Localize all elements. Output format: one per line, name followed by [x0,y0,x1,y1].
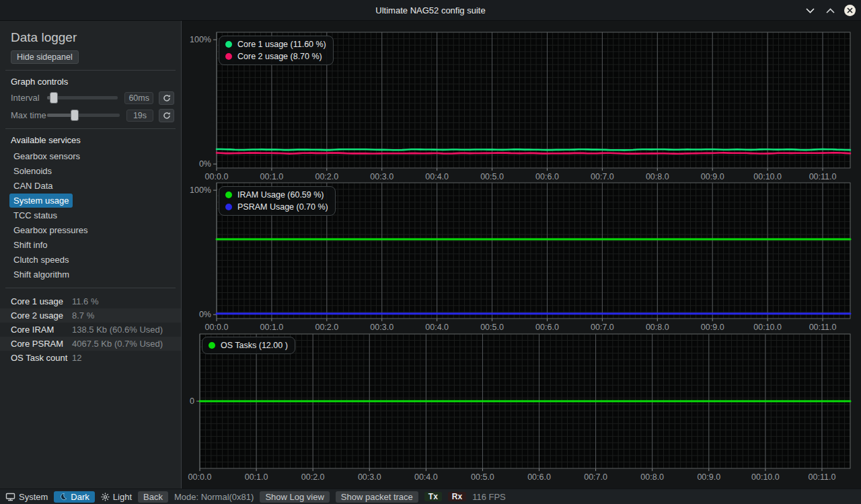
legend-label: IRAM Usage (60.59 %) [237,190,324,200]
svg-text:00:3.0: 00:3.0 [358,472,381,482]
stat-label: Core PSRAM [11,339,72,349]
svg-text:00:0.0: 00:0.0 [205,323,229,332]
svg-text:00:9.0: 00:9.0 [701,172,724,181]
sun-icon [101,493,110,501]
service-list: Gearbox sensorsSolenoidsCAN DataSystem u… [0,149,181,282]
service-item[interactable]: Gearbox sensors [9,149,84,163]
back-button[interactable]: Back [138,491,168,503]
stats-table: Core 1 usage11.6 %Core 2 usage8.7 %Core … [0,294,181,365]
service-item[interactable]: Shift algorithm [9,267,73,282]
svg-text:00:4.0: 00:4.0 [414,472,438,482]
service-item[interactable]: System usage [9,194,73,208]
divider [5,128,176,129]
legend-dot-icon [225,41,232,48]
interval-label: Interval [11,93,47,103]
svg-text:00:9.0: 00:9.0 [697,472,720,482]
svg-text:00:10.0: 00:10.0 [753,323,782,332]
chart-3: 00:0.000:1.000:2.000:3.000:4.000:5.000:6… [188,334,850,482]
max-time-label: Max time [11,110,47,120]
max-time-slider[interactable] [47,114,120,117]
svg-text:00:4.0: 00:4.0 [425,323,449,332]
svg-text:00:11.0: 00:11.0 [809,472,836,482]
stat-value: 138.5 Kb (60.6% Used) [72,325,163,335]
interval-refresh-button[interactable] [159,91,174,105]
theme-light-button[interactable]: Light [101,492,132,502]
graph-controls-heading: Graph controls [11,77,181,87]
window-title: Ultimate NAG52 config suite [375,5,485,15]
svg-text:00:1.0: 00:1.0 [245,472,268,482]
interval-value[interactable]: 60ms [124,92,153,104]
chart-area: 00:0.000:1.000:2.000:3.000:4.000:5.000:6… [182,21,861,489]
window-controls [804,0,856,21]
theme-system-button[interactable]: System [5,492,48,502]
legend-label: PSRAM Usage (0.70 %) [237,202,328,212]
show-packet-trace-button[interactable]: Show packet trace [336,491,418,503]
stat-value: 8.7 % [72,310,94,321]
tx-indicator: Tx [424,492,442,501]
svg-text:00:4.0: 00:4.0 [425,172,449,181]
svg-text:00:6.0: 00:6.0 [535,323,559,332]
legend-dot-icon [225,192,232,198]
svg-text:00:0.0: 00:0.0 [205,172,229,181]
service-item[interactable]: CAN Data [9,179,57,193]
minimize-icon[interactable] [804,5,816,17]
rx-indicator: Rx [448,492,466,501]
svg-text:00:8.0: 00:8.0 [646,323,669,332]
theme-dark-label: Dark [71,492,89,502]
max-time-refresh-button[interactable] [159,109,174,122]
svg-text:00:2.0: 00:2.0 [315,172,338,181]
svg-text:00:10.0: 00:10.0 [753,172,782,181]
page-title: Data logger [11,30,181,45]
titlebar: Ultimate NAG52 config suite [0,0,861,21]
legend-item: Core 2 usage (8.70 %) [225,52,326,61]
service-item[interactable]: Shift info [9,238,52,252]
stat-label: Core 2 usage [11,310,72,321]
service-item[interactable]: Gearbox pressures [9,223,92,237]
close-icon[interactable] [844,5,856,16]
service-item[interactable]: Clutch speeds [9,253,73,267]
svg-text:0: 0 [190,396,194,406]
mode-text: Mode: Normal(0x81) [174,492,254,502]
monitor-icon [5,493,15,501]
moon-icon [59,493,67,501]
legend-item: PSRAM Usage (0.70 %) [225,202,328,212]
max-time-slider-handle[interactable] [71,110,79,121]
svg-text:00:11.0: 00:11.0 [809,323,837,332]
stat-row: Core 2 usage8.7 % [0,308,181,323]
svg-text:00:1.0: 00:1.0 [260,172,284,181]
interval-slider-handle[interactable] [50,92,58,103]
svg-text:00:7.0: 00:7.0 [584,472,607,482]
service-item[interactable]: Solenoids [9,164,56,178]
stat-row: Core 1 usage11.6 % [0,294,181,308]
service-item[interactable]: TCC status [9,208,61,222]
svg-text:100%: 100% [190,185,211,195]
fps-counter: 116 FPS [472,492,506,502]
svg-text:0%: 0% [199,310,211,319]
tasks-chart-legend: OS Tasks (12.00 ) [202,337,295,354]
divider [5,288,176,288]
svg-text:00:5.0: 00:5.0 [471,472,494,482]
interval-slider[interactable] [47,96,118,99]
svg-text:00:5.0: 00:5.0 [480,172,504,181]
memory-chart-legend: IRAM Usage (60.59 %)PSRAM Usage (0.70 %) [219,186,336,216]
hide-sidepanel-button[interactable]: Hide sidepanel [11,50,79,64]
svg-text:00:9.0: 00:9.0 [701,323,724,332]
svg-text:00:1.0: 00:1.0 [260,323,284,332]
maximize-icon[interactable] [824,5,836,17]
show-log-view-button[interactable]: Show Log view [260,491,329,503]
stat-label: Core 1 usage [11,296,72,306]
svg-text:00:10.0: 00:10.0 [751,472,780,482]
stat-value: 11.6 % [72,296,99,306]
theme-dark-button[interactable]: Dark [54,491,94,503]
max-time-value[interactable]: 19s [126,110,153,122]
svg-text:00:5.0: 00:5.0 [480,323,504,332]
stat-row: Core PSRAM4067.5 Kb (0.7% Used) [0,337,181,351]
svg-text:00:2.0: 00:2.0 [301,472,325,482]
stat-label: Core IRAM [11,325,72,335]
legend-item: OS Tasks (12.00 ) [209,341,288,350]
stat-value: 4067.5 Kb (0.7% Used) [72,339,163,349]
svg-text:00:11.0: 00:11.0 [809,172,837,181]
svg-text:00:2.0: 00:2.0 [315,323,338,332]
svg-text:0%: 0% [199,159,211,169]
available-services-heading: Available services [11,135,181,145]
